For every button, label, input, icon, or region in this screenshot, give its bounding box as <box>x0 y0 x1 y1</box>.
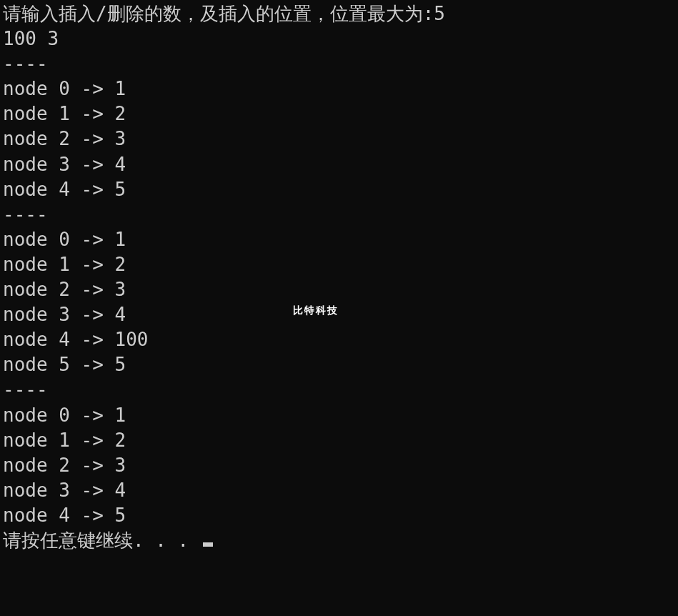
watermark-text: 比特科技 <box>293 304 339 317</box>
cursor-icon <box>203 542 213 547</box>
node-output: node 0 -> 1 <box>3 403 675 428</box>
node-output: node 3 -> 4 <box>3 152 675 177</box>
node-output: node 1 -> 2 <box>3 252 675 277</box>
node-output: node 4 -> 5 <box>3 177 675 202</box>
separator: ---- <box>3 377 675 402</box>
separator: ---- <box>3 202 675 227</box>
node-output: node 0 -> 1 <box>3 76 675 101</box>
continue-prompt[interactable]: 请按任意键继续. . . <box>3 528 675 553</box>
node-output: node 5 -> 5 <box>3 352 675 377</box>
node-output: node 2 -> 3 <box>3 126 675 151</box>
node-output: node 1 -> 2 <box>3 101 675 126</box>
node-output: node 4 -> 100 <box>3 327 675 352</box>
node-output: node 2 -> 3 <box>3 277 675 302</box>
node-output: node 4 -> 5 <box>3 503 675 528</box>
continue-prompt-text: 请按任意键继续. . . <box>3 530 200 551</box>
node-output: node 0 -> 1 <box>3 227 675 252</box>
node-output: node 2 -> 3 <box>3 453 675 478</box>
node-output: node 3 -> 4 <box>3 302 675 327</box>
separator: ---- <box>3 51 675 76</box>
node-output: node 1 -> 2 <box>3 428 675 453</box>
prompt-line: 请输入插入/删除的数，及插入的位置，位置最大为:5 <box>3 1 675 26</box>
node-output: node 3 -> 4 <box>3 478 675 503</box>
user-input-line: 100 3 <box>3 26 675 51</box>
